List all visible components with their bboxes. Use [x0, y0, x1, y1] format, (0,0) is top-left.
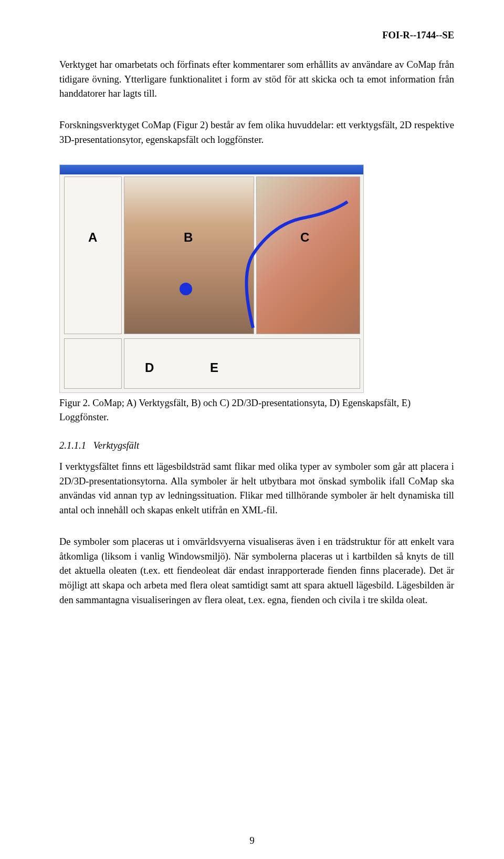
panel-2d-view: [256, 177, 360, 334]
page-number: 9: [0, 834, 504, 848]
paragraph-3: I verktygsfältet finns ett lägesbildsträ…: [59, 460, 454, 518]
figure-label-a: A: [88, 228, 97, 247]
figure-2: A B C D E Figur 2. CoMap; A) Verktygsfäl…: [59, 164, 454, 426]
paragraph-4: De symboler som placeras ut i omvärldsvy…: [59, 535, 454, 608]
subsection-heading: 2.1.1.1 Verktygsfält: [59, 439, 454, 453]
panel-properties: [64, 338, 122, 389]
figure-label-c: C: [300, 228, 309, 247]
subsection-number: 2.1.1.1: [59, 440, 86, 451]
panel-log: [124, 338, 360, 389]
map-marker-icon: [180, 283, 192, 295]
figure-label-d: D: [145, 358, 154, 377]
app-titlebar: [60, 165, 363, 174]
paragraph-1: Verktyget har omarbetats och förfinats e…: [59, 58, 454, 101]
figure-label-b: B: [184, 228, 193, 247]
figure-2-image: A B C D E: [59, 164, 364, 393]
paragraph-2: Forskningsverktyget CoMap (Figur 2) best…: [59, 118, 454, 148]
document-header: FOI-R--1744--SE: [59, 28, 454, 43]
figure-label-e: E: [210, 358, 218, 377]
figure-2-caption: Figur 2. CoMap; A) Verktygsfält, B) och …: [59, 396, 454, 426]
subsection-title: Verktygsfält: [93, 440, 139, 451]
panel-toolbox: [64, 177, 122, 334]
panel-3d-view: [124, 177, 254, 334]
